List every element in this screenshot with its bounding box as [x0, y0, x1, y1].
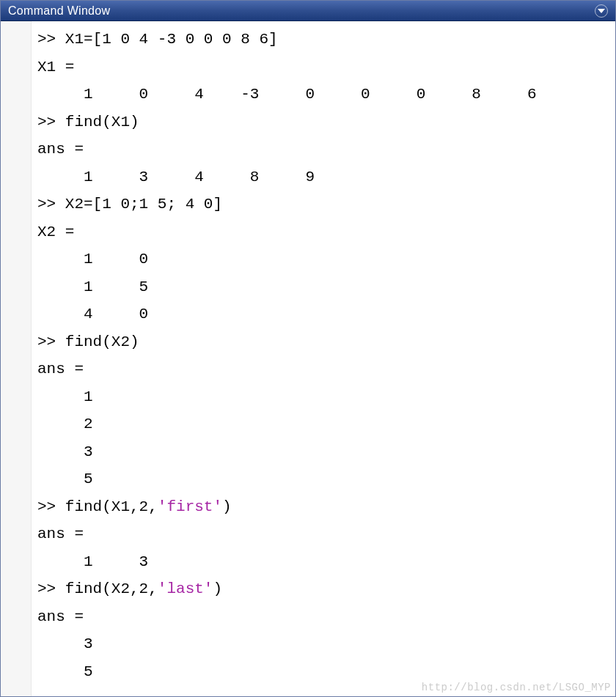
titlebar: Command Window	[1, 1, 615, 21]
output-line: ans =	[37, 355, 612, 383]
output-line: 5	[37, 658, 612, 686]
output-line: X2 =	[37, 218, 612, 246]
command-line: >> find(X1,2,'first')	[37, 493, 612, 521]
output-line: 1 3	[37, 548, 612, 576]
output-line: 5	[37, 465, 612, 493]
output-line: 4 0	[37, 300, 612, 328]
command-line: >> find(X2)	[37, 328, 612, 356]
command-window-terminal[interactable]: >> X1=[1 0 4 -3 0 0 0 8 6]X1 = 1 0 4 -3 …	[32, 21, 615, 696]
command-text: >> find(X2,2,	[37, 580, 158, 597]
output-line: 1 5	[37, 273, 612, 301]
output-line: 1 0	[37, 246, 612, 273]
content-area: >> X1=[1 0 4 -3 0 0 0 8 6]X1 = 1 0 4 -3 …	[1, 21, 615, 696]
command-text: )	[222, 498, 232, 515]
output-line: ans =	[37, 520, 612, 548]
output-line: 1	[37, 383, 612, 411]
output-line: ans =	[37, 136, 612, 163]
window-title: Command Window	[8, 4, 110, 18]
line-gutter	[1, 21, 32, 696]
output-line: 3	[37, 630, 612, 658]
string-literal: 'last'	[158, 580, 213, 597]
chevron-down-icon	[598, 9, 605, 13]
command-line: >> find(X1)	[37, 108, 612, 136]
output-line: 3	[37, 438, 612, 466]
window-menu-button[interactable]	[595, 4, 608, 18]
output-line: 1 0 4 -3 0 0 0 8 6	[37, 81, 612, 108]
output-line: 2	[37, 410, 612, 438]
command-text: >> find(X1,2,	[37, 498, 158, 515]
command-text: )	[213, 580, 222, 597]
command-line: >> X2=[1 0;1 5; 4 0]	[37, 191, 612, 218]
command-line: >> find(X2,2,'last')	[37, 575, 612, 603]
output-line: X1 =	[37, 54, 612, 81]
string-literal: 'first'	[158, 498, 222, 515]
output-line: ans =	[37, 603, 612, 631]
command-line: >> X1=[1 0 4 -3 0 0 0 8 6]	[37, 26, 612, 54]
output-line: 1 3 4 8 9	[37, 163, 612, 191]
